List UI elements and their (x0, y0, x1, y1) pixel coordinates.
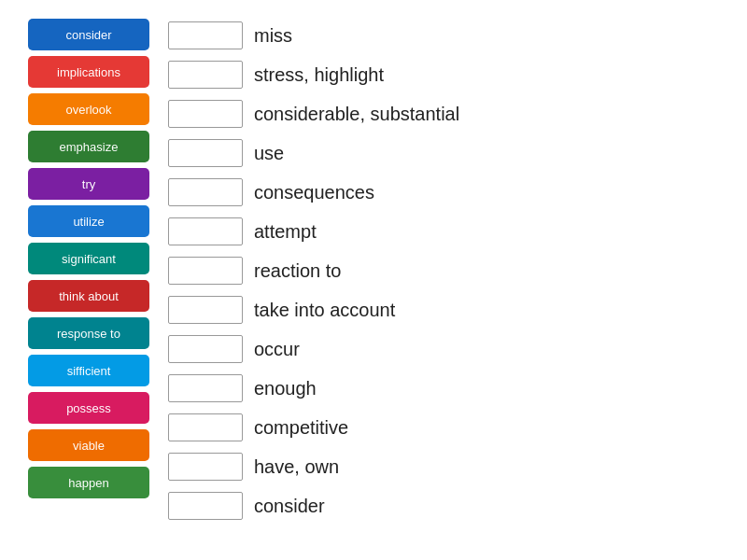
word-button-try[interactable]: try (28, 168, 149, 200)
right-column: missstress, highlightconsiderable, subst… (168, 19, 719, 523)
answer-box-def_consequences[interactable] (168, 178, 243, 206)
answer-box-def_take[interactable] (168, 296, 243, 324)
word-button-think_about[interactable]: think about (28, 280, 149, 312)
word-button-utilize[interactable]: utilize (28, 205, 149, 237)
right-row: reaction to (168, 254, 719, 287)
right-row: enough (168, 371, 719, 405)
answer-box-def_competitive[interactable] (168, 413, 243, 441)
answer-box-def_consider[interactable] (168, 492, 243, 520)
definition-def_reaction: reaction to (254, 260, 341, 282)
right-row: considerable, substantial (168, 97, 719, 131)
word-button-consider[interactable]: consider (28, 19, 149, 50)
word-button-viable[interactable]: viable (28, 429, 149, 461)
right-row: occur (168, 332, 719, 366)
word-button-implications[interactable]: implications (28, 56, 149, 88)
answer-box-def_stress[interactable] (168, 61, 243, 89)
word-button-happen[interactable]: happen (28, 467, 149, 498)
right-row: consider (168, 489, 719, 523)
definition-def_use: use (254, 143, 284, 164)
answer-box-def_occur[interactable] (168, 335, 243, 363)
definition-def_considerable: considerable, substantial (254, 104, 459, 125)
definition-def_competitive: competitive (254, 417, 348, 439)
definition-def_occur: occur (254, 339, 300, 360)
word-button-possess[interactable]: possess (28, 392, 149, 424)
answer-box-def_have[interactable] (168, 453, 243, 481)
definition-def_consider: consider (254, 496, 325, 517)
definition-def_have: have, own (254, 456, 339, 478)
right-row: have, own (168, 450, 719, 483)
right-row: attempt (168, 215, 719, 248)
word-button-sifficient[interactable]: sifficient (28, 355, 149, 386)
matching-exercise: considerimplicationsoverlookemphasizetry… (28, 19, 719, 523)
answer-box-def_miss[interactable] (168, 21, 243, 49)
definition-def_attempt: attempt (254, 221, 317, 243)
definition-def_miss: miss (254, 25, 292, 47)
word-button-emphasize[interactable]: emphasize (28, 131, 149, 162)
right-row: stress, highlight (168, 58, 719, 91)
right-row: use (168, 136, 719, 170)
definition-def_take: take into account (254, 300, 395, 321)
word-button-response_to[interactable]: response to (28, 317, 149, 349)
right-row: miss (168, 19, 719, 52)
word-button-overlook[interactable]: overlook (28, 93, 149, 125)
right-row: consequences (168, 175, 719, 209)
right-row: take into account (168, 293, 719, 327)
answer-box-def_enough[interactable] (168, 374, 243, 402)
answer-box-def_considerable[interactable] (168, 100, 243, 128)
definition-def_enough: enough (254, 378, 317, 399)
answer-box-def_reaction[interactable] (168, 257, 243, 285)
answer-box-def_use[interactable] (168, 139, 243, 167)
definition-def_stress: stress, highlight (254, 64, 384, 86)
right-row: competitive (168, 411, 719, 444)
word-button-significant[interactable]: significant (28, 243, 149, 274)
definition-def_consequences: consequences (254, 182, 374, 203)
left-column: considerimplicationsoverlookemphasizetry… (28, 19, 149, 523)
answer-box-def_attempt[interactable] (168, 217, 243, 245)
